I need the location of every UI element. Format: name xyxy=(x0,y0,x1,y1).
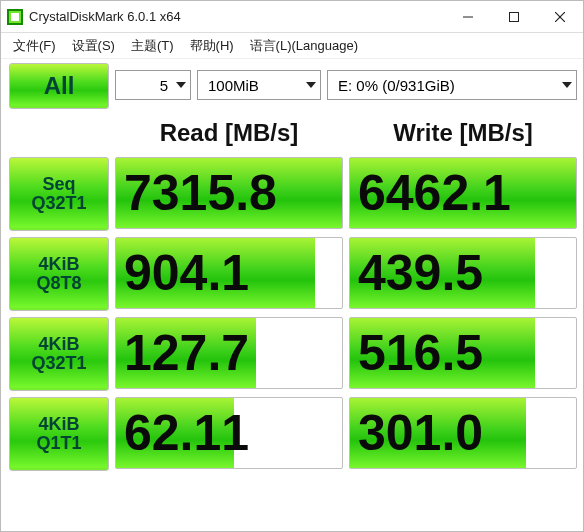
menu-file[interactable]: 文件(F) xyxy=(7,35,62,57)
read-number: 904.1 xyxy=(124,244,249,302)
write-number: 6462.1 xyxy=(358,164,511,222)
maximize-button[interactable] xyxy=(491,1,537,32)
app-window: CrystalDiskMark 6.0.1 x64 文件(F) 设置(S) 主题… xyxy=(0,0,584,532)
write-value-4kib-q8t8: 439.5 xyxy=(349,237,577,309)
all-button[interactable]: All xyxy=(9,63,109,109)
test-size-select[interactable]: 100MiB xyxy=(197,70,321,100)
test-label-line2: Q32T1 xyxy=(31,354,86,373)
chevron-down-icon xyxy=(176,82,186,88)
read-number: 127.7 xyxy=(124,324,249,382)
test-label-line1: Seq xyxy=(42,175,75,194)
grid: All 5 100MiB E: 0% (0/931GiB) Re xyxy=(9,63,575,471)
drive-value: E: 0% (0/931GiB) xyxy=(338,77,455,94)
runs-select[interactable]: 5 xyxy=(115,70,191,100)
test-button-seq-q32t1[interactable]: Seq Q32T1 xyxy=(9,157,109,231)
write-number: 439.5 xyxy=(358,244,483,302)
write-value-4kib-q32t1: 516.5 xyxy=(349,317,577,389)
titlebar-controls xyxy=(445,1,583,32)
chevron-down-icon xyxy=(562,82,572,88)
read-value-seq-q32t1: 7315.8 xyxy=(115,157,343,229)
headers-row: Read [MB/s] Write [MB/s] xyxy=(115,115,577,151)
test-label-line1: 4KiB xyxy=(38,255,79,274)
close-icon xyxy=(555,12,565,22)
menu-language[interactable]: 语言(L)(Language) xyxy=(244,35,364,57)
menu-theme[interactable]: 主题(T) xyxy=(125,35,180,57)
test-label-line2: Q32T1 xyxy=(31,194,86,213)
drive-select[interactable]: E: 0% (0/931GiB) xyxy=(327,70,577,100)
all-button-label: All xyxy=(44,73,75,98)
header-spacer xyxy=(9,115,109,151)
test-button-4kib-q8t8[interactable]: 4KiB Q8T8 xyxy=(9,237,109,311)
chevron-down-icon xyxy=(306,82,316,88)
minimize-button[interactable] xyxy=(445,1,491,32)
read-value-4kib-q8t8: 904.1 xyxy=(115,237,343,309)
test-size-value: 100MiB xyxy=(208,77,259,94)
write-number: 516.5 xyxy=(358,324,483,382)
runs-value: 5 xyxy=(160,77,168,94)
read-number: 62.11 xyxy=(124,404,249,462)
app-title: CrystalDiskMark 6.0.1 x64 xyxy=(29,9,181,24)
header-write: Write [MB/s] xyxy=(349,115,577,151)
test-button-4kib-q32t1[interactable]: 4KiB Q32T1 xyxy=(9,317,109,391)
titlebar: CrystalDiskMark 6.0.1 x64 xyxy=(1,1,583,33)
svg-rect-4 xyxy=(510,12,519,21)
read-value-4kib-q1t1: 62.11 xyxy=(115,397,343,469)
menu-help[interactable]: 帮助(H) xyxy=(184,35,240,57)
test-label-line1: 4KiB xyxy=(38,415,79,434)
body: All 5 100MiB E: 0% (0/931GiB) Re xyxy=(1,59,583,479)
test-button-4kib-q1t1[interactable]: 4KiB Q1T1 xyxy=(9,397,109,471)
write-value-seq-q32t1: 6462.1 xyxy=(349,157,577,229)
controls-row: 5 100MiB E: 0% (0/931GiB) xyxy=(115,63,577,107)
svg-rect-2 xyxy=(11,13,19,21)
minimize-icon xyxy=(463,12,473,22)
write-number: 301.0 xyxy=(358,404,483,462)
read-number: 7315.8 xyxy=(124,164,277,222)
app-icon xyxy=(7,9,23,25)
menubar: 文件(F) 设置(S) 主题(T) 帮助(H) 语言(L)(Language) xyxy=(1,33,583,59)
titlebar-left: CrystalDiskMark 6.0.1 x64 xyxy=(7,9,181,25)
menu-settings[interactable]: 设置(S) xyxy=(66,35,121,57)
write-value-4kib-q1t1: 301.0 xyxy=(349,397,577,469)
test-label-line1: 4KiB xyxy=(38,335,79,354)
maximize-icon xyxy=(509,12,519,22)
header-read: Read [MB/s] xyxy=(115,115,343,151)
test-label-line2: Q1T1 xyxy=(36,434,81,453)
test-label-line2: Q8T8 xyxy=(36,274,81,293)
close-button[interactable] xyxy=(537,1,583,32)
read-value-4kib-q32t1: 127.7 xyxy=(115,317,343,389)
